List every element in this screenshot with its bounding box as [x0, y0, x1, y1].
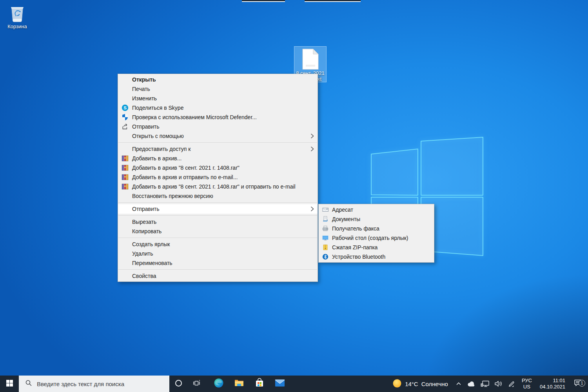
desktop-shortcut-icon [322, 234, 329, 241]
send-to-submenu-item[interactable]: Документы [319, 214, 434, 224]
share-icon [121, 123, 129, 130]
chevron-right-icon [310, 204, 314, 214]
file-explorer-icon [234, 378, 244, 389]
context-menu-item[interactable]: Открыть с помощью [118, 131, 318, 141]
context-menu: ОткрытьПечатьИзменитьSПоделиться в Skype… [118, 74, 318, 282]
menu-item-label: Открыть с помощью [132, 133, 184, 139]
send-to-submenu-item[interactable]: Рабочий стол (создать ярлык) [319, 233, 434, 243]
menu-icon-empty [121, 85, 129, 93]
mail-taskbar-button[interactable] [270, 376, 290, 392]
context-menu-item[interactable]: Предоставить доступ к [118, 144, 318, 154]
weather-temperature: 14°C [405, 381, 418, 387]
menu-icon-empty [121, 205, 129, 212]
weather-widget[interactable]: 14°C Солнечно [387, 379, 453, 389]
menu-icon-empty [121, 76, 129, 83]
language-secondary: US [522, 384, 532, 390]
context-menu-item[interactable]: Добавить в архив "8 сент. 2021 г. 1408.r… [118, 182, 318, 191]
menu-item-label: Предоставить доступ к [132, 146, 191, 152]
recycle-bin-glyph [7, 2, 27, 23]
defender-icon [121, 114, 129, 121]
recycle-bin-icon[interactable]: Корзина [2, 2, 33, 29]
context-menu-item[interactable]: Отправить [118, 122, 318, 131]
menu-item-label: Добавить в архив... [132, 155, 181, 162]
context-menu-item[interactable]: Свойства [118, 271, 318, 281]
menu-separator [118, 238, 317, 238]
menu-item-label: Получатель факса [332, 225, 379, 232]
menu-separator [118, 269, 317, 270]
edge-taskbar-button[interactable] [209, 376, 229, 392]
context-menu-item[interactable]: Открыть [118, 75, 318, 84]
menu-item-label: Удалить [132, 250, 153, 257]
window-edge-fragment [242, 0, 285, 2]
network-icon[interactable] [478, 380, 492, 388]
menu-item-label: Копировать [132, 228, 162, 234]
context-menu-item[interactable]: SПоделиться в Skype [118, 103, 318, 113]
task-view-button[interactable] [187, 376, 205, 392]
menu-icon-empty [121, 95, 129, 102]
taskbar-tray: 14°C Солнечно РУС US 11:01 04.10.2021 1 [387, 376, 588, 392]
cortana-icon [175, 379, 182, 388]
menu-item-label: Свойства [132, 273, 156, 279]
menu-item-label: Адресат [332, 207, 353, 213]
taskbar-search-box[interactable] [19, 376, 169, 392]
menu-item-label: Рабочий стол (создать ярлык) [332, 235, 408, 241]
recycle-bin-label: Корзина [2, 24, 33, 29]
menu-item-label: Отправить [132, 123, 159, 130]
volume-icon[interactable] [492, 380, 505, 387]
context-menu-item[interactable]: Восстановить прежнюю версию [118, 191, 318, 201]
context-menu-item[interactable]: Создать ярлык [118, 240, 318, 249]
file-explorer-taskbar-button[interactable] [229, 376, 249, 392]
context-menu-item[interactable]: Удалить [118, 249, 318, 258]
menu-item-label: Печать [132, 86, 150, 92]
taskbar-clock[interactable]: 11:01 04.10.2021 [536, 377, 569, 390]
show-hidden-icons-button[interactable] [453, 381, 464, 387]
menu-separator [118, 142, 317, 143]
menu-item-label: Устройство Bluetooth [332, 254, 385, 260]
send-to-submenu-item[interactable]: Адресат [319, 205, 434, 214]
language-indicator[interactable]: РУС US [518, 377, 536, 390]
context-menu-item[interactable]: Проверка с использованием Microsoft Defe… [118, 113, 318, 122]
menu-item-label: Изменить [132, 95, 157, 102]
context-menu-item[interactable]: Добавить в архив и отправить по e-mail..… [118, 172, 318, 182]
bluetooth-icon [322, 253, 329, 260]
microsoft-store-icon [255, 378, 264, 390]
edge-icon [214, 378, 224, 390]
context-menu-item[interactable]: Вырезать [118, 217, 318, 227]
chevron-right-icon [310, 144, 314, 154]
send-to-submenu-item[interactable]: Получатель факса [319, 224, 434, 233]
action-center-button[interactable]: 1 [569, 379, 586, 388]
menu-item-label: Открыть [132, 76, 156, 83]
menu-icon-empty [121, 272, 129, 279]
menu-icon-empty [121, 132, 129, 140]
send-to-submenu-item[interactable]: Устройство Bluetooth [319, 252, 434, 261]
menu-item-label: Добавить в архив и отправить по e-mail..… [132, 174, 238, 180]
menu-item-label: Проверка с использованием Microsoft Defe… [132, 114, 257, 120]
start-button[interactable] [0, 376, 19, 392]
context-menu-item[interactable]: Добавить в архив "8 сент. 2021 г. 1408.r… [118, 163, 318, 172]
menu-icon-empty [121, 228, 129, 235]
context-menu-item[interactable]: Копировать [118, 227, 318, 236]
menu-item-label: Добавить в архив "8 сент. 2021 г. 1408.r… [132, 183, 296, 190]
store-taskbar-button[interactable] [249, 376, 270, 392]
send-to-submenu: АдресатДокументыПолучатель факсаРабочий … [318, 204, 434, 263]
fax-icon [322, 225, 329, 232]
context-menu-item[interactable]: Изменить [118, 94, 318, 103]
language-primary: РУС [522, 377, 532, 384]
context-menu-item[interactable]: Отправить [118, 204, 318, 214]
search-input[interactable] [36, 380, 155, 388]
context-menu-item[interactable]: Печать [118, 84, 318, 94]
svg-text:S: S [123, 105, 127, 110]
cortana-button[interactable] [169, 376, 187, 392]
windows-ink-icon[interactable] [505, 380, 518, 388]
menu-item-label: Добавить в архив "8 сент. 2021 г. 1408.r… [132, 165, 240, 171]
zip-folder-icon [322, 244, 329, 251]
context-menu-item[interactable]: Переименовать [118, 258, 318, 268]
menu-item-label: Восстановить прежнюю версию [132, 193, 213, 199]
skype-icon: S [121, 104, 129, 111]
onedrive-icon[interactable] [464, 381, 478, 387]
sun-icon [392, 379, 402, 389]
menu-item-label: Вырезать [132, 219, 156, 225]
menu-item-label: Создать ярлык [132, 241, 170, 247]
context-menu-item[interactable]: Добавить в архив... [118, 154, 318, 163]
send-to-submenu-item[interactable]: Сжатая ZIP-папка [319, 243, 434, 252]
